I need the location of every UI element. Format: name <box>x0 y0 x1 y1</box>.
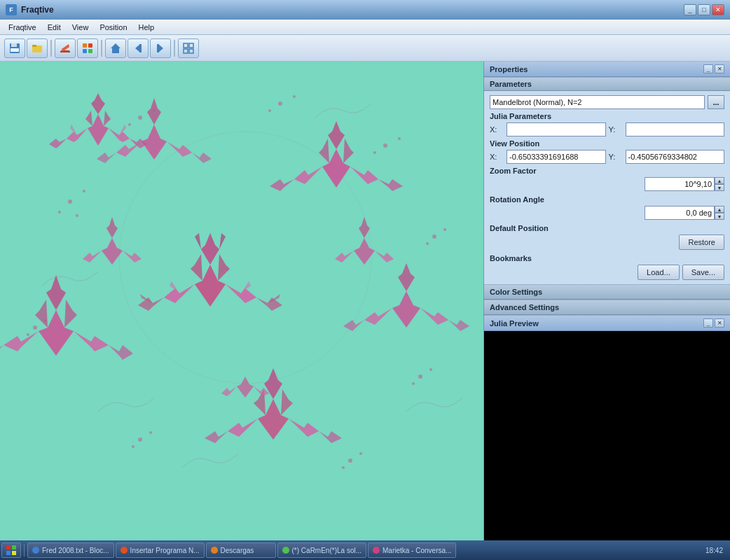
taskbar-item-1[interactable]: Insertar Programa N... <box>116 542 205 558</box>
maximize-button[interactable]: □ <box>698 4 710 15</box>
menu-help[interactable]: Help <box>133 22 160 33</box>
julia-x-input[interactable] <box>507 122 606 136</box>
restore-button[interactable]: Restore <box>679 234 724 250</box>
properties-title: Properties <box>490 65 528 74</box>
taskbar-item-3[interactable]: (*) CaRmEn(*)La sol... <box>277 542 366 558</box>
julia-minimize-button[interactable]: _ <box>703 318 713 328</box>
julia-x-label: X: <box>490 125 504 134</box>
svg-point-23 <box>68 200 72 204</box>
taskbar-item-2[interactable]: Descargas <box>206 542 276 558</box>
view-x-input[interactable] <box>507 150 606 164</box>
svg-point-40 <box>429 368 432 371</box>
open-button[interactable] <box>27 38 48 58</box>
svg-rect-18 <box>189 43 193 48</box>
rotation-down-button[interactable]: ▼ <box>715 213 724 220</box>
taskbar-dot-3 <box>282 547 289 554</box>
color-settings-header[interactable]: Color Settings <box>484 284 730 300</box>
zoom-input[interactable] <box>645 177 715 191</box>
julia-y-input[interactable] <box>626 122 725 136</box>
svg-point-49 <box>44 319 47 322</box>
fractal-canvas[interactable] <box>0 62 483 546</box>
bookmarks-row: Load... Save... <box>490 265 724 280</box>
view-position-label: View Position <box>490 139 724 148</box>
toolbar-separator-1 <box>50 40 52 57</box>
svg-point-30 <box>278 102 282 106</box>
menu-position[interactable]: Position <box>94 22 132 33</box>
properties-minimize-button[interactable]: _ <box>703 64 713 74</box>
taskbar-item-4[interactable]: Marietka - Conversa... <box>368 542 456 558</box>
zoom-down-button[interactable]: ▼ <box>715 184 724 191</box>
zoom-up-button[interactable]: ▲ <box>715 177 724 184</box>
taskbar-label-4: Marietka - Conversa... <box>383 547 451 554</box>
svg-rect-52 <box>12 545 16 550</box>
julia-params-row: X: Y: <box>490 122 724 136</box>
save-bookmark-button[interactable]: Save... <box>682 265 724 280</box>
svg-point-44 <box>342 466 345 469</box>
svg-point-33 <box>383 144 387 148</box>
load-button[interactable]: Load... <box>638 265 680 280</box>
advanced-settings-header[interactable]: Advanced Settings <box>484 300 730 315</box>
taskbar-item-0[interactable]: Fred 2008.txt - Bloc... <box>27 542 114 558</box>
fractal-type-input[interactable] <box>490 95 705 109</box>
taskbar-label-2: Descargas <box>221 547 254 554</box>
parameters-section-header[interactable]: Parameters <box>484 77 730 91</box>
taskbar-clock: 18:42 <box>705 547 729 554</box>
home-button[interactable] <box>105 38 126 58</box>
julia-canvas[interactable] <box>484 331 730 546</box>
taskbar-label-1: Insertar Programa N... <box>130 547 200 554</box>
back-button[interactable] <box>128 38 149 58</box>
rotation-row: ▲ ▼ <box>490 206 724 220</box>
svg-point-31 <box>293 95 296 98</box>
menu-fraqtive[interactable]: Fraqtive <box>3 22 42 33</box>
rotation-up-button[interactable]: ▲ <box>715 206 724 213</box>
minimize-button[interactable]: _ <box>684 4 696 15</box>
julia-close-button[interactable]: ✕ <box>715 318 724 328</box>
properties-content[interactable]: Parameters ... Julia Parameters X: Y: <box>484 77 730 315</box>
svg-point-46 <box>149 431 152 434</box>
view-y-label: Y: <box>609 153 623 161</box>
svg-rect-9 <box>88 43 92 48</box>
svg-point-38 <box>426 242 429 245</box>
svg-marker-12 <box>111 43 120 53</box>
save-button[interactable] <box>4 38 25 58</box>
svg-rect-19 <box>184 49 188 53</box>
svg-point-28 <box>153 109 156 112</box>
svg-rect-16 <box>157 44 159 52</box>
svg-rect-1 <box>11 43 17 47</box>
fractal-image <box>0 62 483 546</box>
window-controls: _ □ ✕ <box>684 4 724 15</box>
forward-button[interactable] <box>150 38 171 58</box>
fractal-type-browse-button[interactable]: ... <box>708 95 724 109</box>
fractal-type-row: ... <box>490 95 724 109</box>
default-position-label: Default Position <box>490 224 724 232</box>
svg-marker-15 <box>158 44 163 52</box>
svg-point-25 <box>58 211 61 214</box>
svg-point-36 <box>432 234 436 239</box>
close-button[interactable]: ✕ <box>712 4 724 15</box>
properties-header: Properties _ ✕ <box>484 62 730 77</box>
properties-panel: Properties _ ✕ Parameters ... <box>484 62 730 315</box>
color-button[interactable] <box>77 38 98 58</box>
start-button[interactable] <box>1 542 21 558</box>
properties-close-button[interactable]: ✕ <box>715 64 724 74</box>
svg-point-45 <box>138 438 142 442</box>
svg-point-27 <box>138 115 142 120</box>
edit-button[interactable] <box>55 38 76 58</box>
toolbar <box>0 35 730 62</box>
toolbar-separator-3 <box>174 40 175 57</box>
julia-params-label: Julia Parameters <box>490 112 724 120</box>
properties-controls: _ ✕ <box>703 64 724 74</box>
bookmarks-label: Bookmarks <box>490 254 724 262</box>
taskbar-dot-1 <box>120 547 128 554</box>
menu-edit[interactable]: Edit <box>42 22 67 33</box>
svg-rect-7 <box>60 51 70 52</box>
svg-rect-11 <box>88 49 92 53</box>
view-y-input[interactable] <box>626 150 725 164</box>
taskbar-label-3: (*) CaRmEn(*)La sol... <box>292 547 361 554</box>
view-button[interactable] <box>178 38 199 58</box>
svg-rect-51 <box>6 545 11 550</box>
menu-view[interactable]: View <box>67 22 95 33</box>
rotation-spinner: ▲ ▼ <box>715 206 724 220</box>
rotation-input[interactable] <box>645 206 715 220</box>
svg-rect-17 <box>184 43 188 48</box>
